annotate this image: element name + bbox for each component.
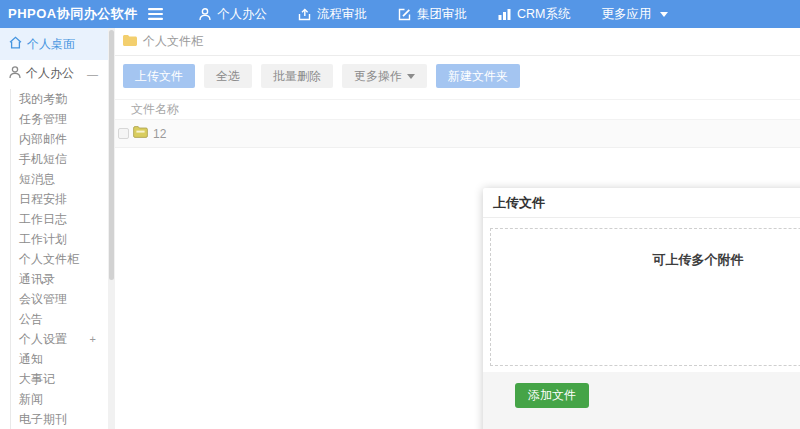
sidebar-item-schedule[interactable]: 日程安排 bbox=[19, 189, 108, 209]
sidebar-item-personal-settings[interactable]: 个人设置+ bbox=[19, 329, 108, 349]
bar-chart-icon bbox=[498, 8, 511, 20]
folder-icon bbox=[123, 35, 137, 49]
sidebar-item-work-log[interactable]: 工作日志 bbox=[19, 209, 108, 229]
row-checkbox[interactable] bbox=[118, 128, 129, 139]
sidebar-item-internal-mail[interactable]: 内部邮件 bbox=[19, 129, 108, 149]
expand-plus-icon[interactable]: + bbox=[90, 329, 96, 349]
hamburger-menu-icon[interactable] bbox=[148, 8, 163, 20]
sidebar-item-label: 个人办公 bbox=[26, 65, 74, 82]
sidebar-item-attendance[interactable]: 我的考勤 bbox=[19, 89, 108, 109]
dialog-title: 上传文件 bbox=[493, 194, 545, 212]
top-navbar: PHPOA协同办公软件 个人办公 流程审批 集团审批 bbox=[0, 0, 800, 28]
nav-label: 个人办公 bbox=[217, 6, 267, 23]
table-row[interactable]: 12 bbox=[115, 120, 800, 148]
file-table: 文件名称 12 bbox=[115, 99, 800, 148]
dropzone-hint: 可上传多个附件 bbox=[653, 251, 744, 269]
user-icon bbox=[9, 66, 21, 82]
home-icon bbox=[9, 36, 22, 52]
folder-icon bbox=[133, 126, 153, 141]
sidebar: 个人桌面 个人办公 — 我的考勤 任务管理 内部邮件 手机短信 短消息 日程安排… bbox=[0, 28, 108, 429]
dialog-body: 可上传多个附件 bbox=[483, 218, 800, 372]
add-file-button[interactable]: 添加文件 bbox=[515, 383, 589, 408]
upload-dialog: 上传文件 可上传多个附件 添加文件 bbox=[483, 188, 800, 429]
file-name: 12 bbox=[153, 127, 166, 141]
collapse-minus-icon[interactable]: — bbox=[87, 68, 98, 80]
table-header: 文件名称 bbox=[115, 99, 800, 120]
nav-crm-system[interactable]: CRM系统 bbox=[498, 6, 570, 23]
caret-down-icon bbox=[660, 12, 668, 17]
sidebar-item-desktop[interactable]: 个人桌面 bbox=[0, 28, 108, 60]
toolbar: 上传文件 全选 批量删除 更多操作 新建文件夹 bbox=[115, 56, 800, 94]
sidebar-item-e-journal[interactable]: 电子期刊 bbox=[19, 409, 108, 429]
dialog-footer: 添加文件 bbox=[483, 372, 800, 429]
edit-square-icon bbox=[398, 8, 411, 21]
sidebar-item-sms[interactable]: 手机短信 bbox=[19, 149, 108, 169]
sidebar-item-file-cabinet[interactable]: 个人文件柜 bbox=[19, 249, 108, 269]
sidebar-item-notifications[interactable]: 通知 bbox=[19, 349, 108, 369]
nav-label: 集团审批 bbox=[417, 6, 467, 23]
upload-dropzone[interactable]: 可上传多个附件 bbox=[490, 228, 800, 366]
app-window: PHPOA协同办公软件 个人办公 流程审批 集团审批 bbox=[0, 0, 800, 429]
nav-label: CRM系统 bbox=[517, 6, 570, 23]
sidebar-submenu: 我的考勤 任务管理 内部邮件 手机短信 短消息 日程安排 工作日志 工作计划 个… bbox=[10, 89, 108, 429]
breadcrumb-label: 个人文件柜 bbox=[143, 33, 203, 50]
sidebar-scrollbar bbox=[108, 28, 115, 429]
new-folder-button[interactable]: 新建文件夹 bbox=[436, 64, 520, 88]
sidebar-item-short-message[interactable]: 短消息 bbox=[19, 169, 108, 189]
sidebar-item-label: 个人设置 bbox=[19, 332, 67, 346]
nav-process-approval[interactable]: 流程审批 bbox=[298, 6, 367, 23]
dialog-header: 上传文件 bbox=[483, 188, 800, 218]
sidebar-item-meetings[interactable]: 会议管理 bbox=[19, 289, 108, 309]
upload-file-button[interactable]: 上传文件 bbox=[123, 64, 195, 88]
sidebar-item-events[interactable]: 大事记 bbox=[19, 369, 108, 389]
sidebar-item-announcements[interactable]: 公告 bbox=[19, 309, 108, 329]
nav-label: 流程审批 bbox=[317, 6, 367, 23]
scrollbar-thumb[interactable] bbox=[109, 30, 114, 280]
nav-personal-office[interactable]: 个人办公 bbox=[199, 6, 267, 23]
user-icon bbox=[199, 8, 211, 21]
nav-more-apps[interactable]: 更多应用 bbox=[601, 6, 668, 23]
sidebar-item-tasks[interactable]: 任务管理 bbox=[19, 109, 108, 129]
process-approval-icon bbox=[298, 8, 311, 21]
nav-group-approval[interactable]: 集团审批 bbox=[398, 6, 467, 23]
sidebar-item-news[interactable]: 新闻 bbox=[19, 389, 108, 409]
more-actions-button[interactable]: 更多操作 bbox=[342, 64, 427, 88]
file-name-column-header: 文件名称 bbox=[131, 101, 179, 118]
more-actions-label: 更多操作 bbox=[354, 68, 402, 85]
breadcrumb: 个人文件柜 bbox=[115, 28, 800, 56]
caret-down-icon bbox=[407, 74, 415, 79]
sidebar-item-work-plan[interactable]: 工作计划 bbox=[19, 229, 108, 249]
sidebar-item-label: 个人桌面 bbox=[27, 36, 75, 53]
select-all-button[interactable]: 全选 bbox=[204, 64, 252, 88]
sidebar-item-contacts[interactable]: 通讯录 bbox=[19, 269, 108, 289]
nav-label: 更多应用 bbox=[601, 6, 651, 23]
app-logo: PHPOA协同办公软件 bbox=[0, 5, 148, 23]
top-nav-items: 个人办公 流程审批 集团审批 CRM系统 更多应用 bbox=[199, 6, 668, 23]
batch-delete-button[interactable]: 批量删除 bbox=[261, 64, 333, 88]
sidebar-item-office[interactable]: 个人办公 — bbox=[0, 60, 108, 87]
